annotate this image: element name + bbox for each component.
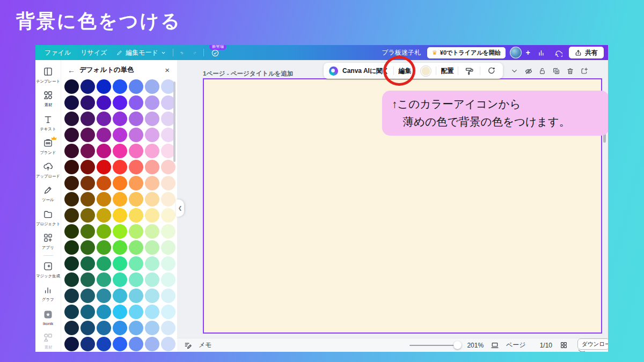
color-swatch-r13c7[interactable]: [161, 272, 175, 287]
color-swatch-r10c4[interactable]: [113, 224, 127, 239]
color-swatch-r10c1[interactable]: [64, 224, 79, 239]
color-swatch-r17c1[interactable]: [64, 337, 79, 351]
color-swatch-r9c7[interactable]: [161, 208, 175, 223]
color-swatch-r17c4[interactable]: [113, 337, 127, 351]
zoom-slider-knob[interactable]: [453, 341, 462, 349]
panel-collapse-handle[interactable]: ❮: [176, 200, 184, 217]
color-swatch-r5c5[interactable]: [129, 144, 143, 158]
color-swatch-r6c7[interactable]: [161, 160, 175, 174]
color-swatch-r5c1[interactable]: [64, 144, 79, 158]
color-swatch-r2c2[interactable]: [80, 95, 95, 110]
color-swatch-r15c5[interactable]: [129, 305, 143, 319]
color-swatch-r16c7[interactable]: [161, 321, 175, 335]
color-swatch-r12c3[interactable]: [97, 256, 111, 271]
color-swatch-r8c1[interactable]: [64, 192, 79, 206]
color-swatch-r11c3[interactable]: [97, 240, 111, 255]
background-color-chip[interactable]: [420, 65, 431, 77]
color-swatch-r1c6[interactable]: [145, 79, 159, 94]
color-swatch-r9c5[interactable]: [129, 208, 143, 223]
color-swatch-r3c5[interactable]: [129, 112, 143, 126]
notes-button[interactable]: メモ: [199, 341, 212, 350]
color-swatch-r2c5[interactable]: [129, 95, 143, 110]
color-swatch-r11c4[interactable]: [113, 240, 127, 255]
color-swatch-r2c6[interactable]: [145, 95, 159, 110]
color-swatch-r7c6[interactable]: [145, 176, 159, 190]
color-swatch-r16c5[interactable]: [129, 321, 143, 335]
page-label[interactable]: 1ページ - ページタイトルを追加: [203, 70, 294, 78]
color-swatch-r15c2[interactable]: [80, 305, 95, 319]
sidebar-item-text[interactable]: テキスト: [36, 112, 61, 134]
color-swatch-r17c3[interactable]: [97, 337, 111, 351]
color-swatch-r4c3[interactable]: [97, 128, 111, 142]
color-swatch-r16c1[interactable]: [64, 321, 79, 335]
color-swatch-r5c3[interactable]: [97, 144, 111, 158]
color-swatch-r16c2[interactable]: [80, 321, 95, 335]
sidebar-item-elements[interactable]: 素材: [36, 88, 61, 109]
color-swatch-r13c1[interactable]: [64, 272, 79, 287]
canva-ai-button[interactable]: Canva AIに聞く: [342, 67, 389, 76]
sidebar-item-tools[interactable]: ツール: [36, 183, 61, 204]
color-swatch-r9c6[interactable]: [145, 208, 159, 223]
sidebar-item-brand[interactable]: ブランド: [36, 136, 61, 157]
color-swatch-r17c7[interactable]: [161, 337, 175, 351]
color-swatch-r8c4[interactable]: [113, 192, 127, 206]
color-swatch-r14c6[interactable]: [145, 289, 159, 303]
undo-button[interactable]: [175, 46, 188, 59]
add-page-button[interactable]: [580, 67, 589, 76]
color-swatch-r6c2[interactable]: [80, 160, 95, 174]
color-swatch-r2c4[interactable]: [113, 95, 127, 110]
color-swatch-r12c7[interactable]: [161, 256, 175, 271]
color-swatch-r7c4[interactable]: [113, 176, 127, 190]
color-swatch-r14c4[interactable]: [113, 289, 127, 303]
color-swatch-r3c3[interactable]: [97, 112, 111, 126]
color-swatch-r8c7[interactable]: [161, 192, 175, 206]
color-swatch-r12c1[interactable]: [64, 256, 79, 271]
color-swatch-r9c1[interactable]: [64, 208, 79, 223]
color-swatch-r10c2[interactable]: [80, 224, 95, 239]
color-swatch-r6c6[interactable]: [145, 160, 159, 174]
color-swatch-r9c2[interactable]: [80, 208, 95, 223]
color-swatch-r5c4[interactable]: [113, 144, 127, 158]
color-swatch-r7c2[interactable]: [80, 176, 95, 190]
color-swatch-r1c2[interactable]: [80, 79, 95, 94]
color-swatch-r5c2[interactable]: [80, 144, 95, 158]
sidebar-item-ikonik[interactable]: Ikonik: [36, 306, 61, 328]
color-swatch-r10c5[interactable]: [129, 224, 143, 239]
color-swatch-r17c2[interactable]: [80, 337, 95, 351]
color-swatch-r9c4[interactable]: [113, 208, 127, 223]
color-swatch-r1c3[interactable]: [97, 79, 111, 94]
color-swatch-r7c7[interactable]: [161, 176, 175, 190]
color-swatch-r3c6[interactable]: [145, 112, 159, 126]
color-swatch-r6c5[interactable]: [129, 160, 143, 174]
color-swatch-r16c6[interactable]: [145, 321, 159, 335]
color-swatch-r17c5[interactable]: [129, 337, 143, 351]
color-swatch-r3c1[interactable]: [64, 112, 79, 126]
avatar[interactable]: [510, 47, 522, 58]
color-swatch-r2c3[interactable]: [97, 95, 111, 110]
color-swatch-r11c2[interactable]: [80, 240, 95, 255]
color-swatch-r10c7[interactable]: [161, 224, 175, 239]
comments-button[interactable]: [552, 46, 565, 59]
sidebar-item-magic[interactable]: マジック生成: [36, 259, 61, 280]
page-view-label[interactable]: ページ: [506, 341, 526, 350]
color-swatch-r14c2[interactable]: [80, 289, 95, 303]
panel-scrollbar[interactable]: [173, 82, 175, 162]
color-swatch-r15c4[interactable]: [113, 305, 127, 319]
trial-button[interactable]: ♛ ¥0でトライアルを開始: [427, 47, 506, 58]
color-swatch-r13c5[interactable]: [129, 272, 143, 287]
color-swatch-r1c1[interactable]: [64, 79, 79, 94]
color-swatch-r7c1[interactable]: [64, 176, 79, 190]
sidebar-item-templates[interactable]: テンプレート: [36, 64, 61, 86]
color-swatch-r8c2[interactable]: [80, 192, 95, 206]
redo-button[interactable]: [188, 46, 201, 59]
download-tooltip[interactable]: ダウンロー: [577, 338, 608, 350]
color-swatch-r6c3[interactable]: [97, 160, 111, 174]
color-swatch-r2c1[interactable]: [64, 95, 79, 110]
unlock-button[interactable]: [538, 67, 547, 76]
color-swatch-r10c3[interactable]: [97, 224, 111, 239]
color-swatch-r12c6[interactable]: [145, 256, 159, 271]
color-swatch-r11c5[interactable]: [129, 240, 143, 255]
color-swatch-r12c2[interactable]: [80, 256, 95, 271]
grid-view-icon[interactable]: [559, 341, 568, 350]
color-swatch-r4c1[interactable]: [64, 128, 79, 142]
